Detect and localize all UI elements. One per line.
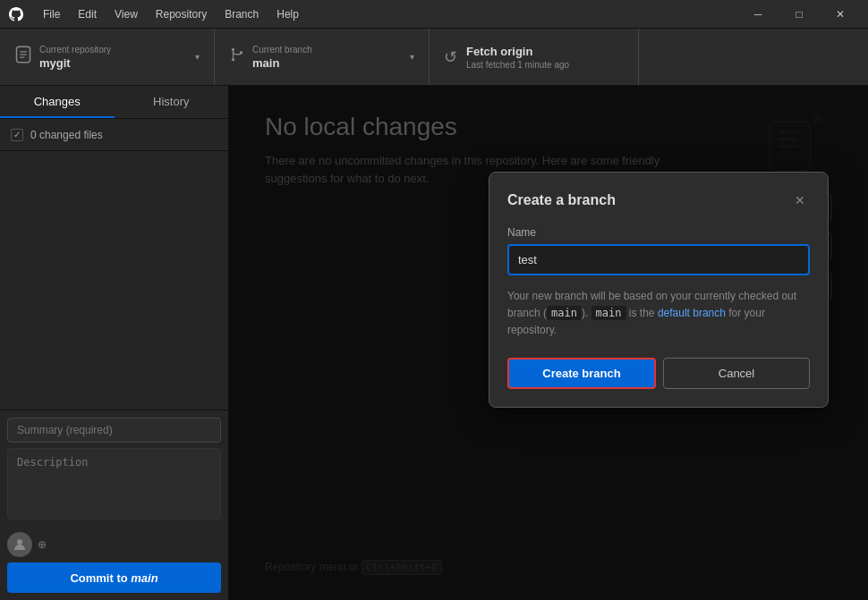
svg-point-5 — [232, 58, 234, 61]
summary-input[interactable] — [7, 418, 221, 443]
fetch-origin-section[interactable]: ↺ Fetch origin Last fetched 1 minute ago — [430, 29, 639, 85]
modal-title: Create a branch — [507, 192, 616, 208]
app-logo — [7, 5, 25, 23]
commit-label: Commit to — [70, 571, 127, 585]
add-coauthor-icon[interactable]: ⊕ — [38, 538, 47, 551]
menu-repository[interactable]: Repository — [149, 6, 214, 22]
cancel-button[interactable]: Cancel — [663, 358, 810, 389]
description-textarea[interactable] — [7, 448, 221, 520]
default-branch-link[interactable]: default branch — [658, 307, 726, 319]
name-label: Name — [507, 226, 810, 239]
branch-code-2: main — [591, 306, 626, 320]
menu-help[interactable]: Help — [269, 6, 306, 22]
branch-icon — [229, 46, 245, 67]
modal-close-button[interactable]: ✕ — [790, 190, 810, 210]
changed-files-count: 0 changed files — [30, 129, 103, 141]
svg-rect-1 — [20, 51, 27, 52]
repo-name: mygit — [39, 56, 111, 70]
commit-branch-name: main — [131, 571, 157, 585]
repo-chevron-icon: ▾ — [195, 52, 200, 62]
main-content: No local changes There are no uncommitte… — [229, 86, 868, 600]
maximize-button[interactable]: □ — [779, 0, 820, 29]
menu-file[interactable]: File — [36, 6, 67, 22]
branch-label: Current branch — [252, 45, 312, 55]
fetch-sublabel: Last fetched 1 minute ago — [466, 60, 569, 70]
minimize-button[interactable]: ─ — [737, 0, 779, 29]
fetch-info: Fetch origin Last fetched 1 minute ago — [466, 45, 569, 70]
commit-button[interactable]: Commit to main — [7, 562, 221, 593]
branch-name: main — [252, 56, 312, 70]
svg-point-7 — [17, 539, 22, 545]
repo-icon — [14, 46, 32, 68]
title-bar: File Edit View Repository Branch Help ─ … — [0, 0, 868, 29]
avatar — [7, 532, 32, 557]
main-layout: Changes History 0 changed files ⊕ — [0, 86, 868, 600]
menu-bar: File Edit View Repository Branch Help — [36, 6, 306, 22]
menu-view[interactable]: View — [107, 6, 145, 22]
commit-area: ⊕ Commit to main — [0, 410, 228, 600]
create-branch-modal: Create a branch ✕ Name Your new branch w… — [489, 172, 829, 408]
branch-info-text: Your new branch will be based on your cu… — [507, 288, 810, 340]
menu-branch[interactable]: Branch — [217, 6, 266, 22]
modal-header: Create a branch ✕ — [507, 190, 810, 210]
tab-history[interactable]: History — [115, 86, 229, 118]
tab-changes[interactable]: Changes — [0, 86, 115, 118]
current-branch-section[interactable]: Current branch main ▾ — [215, 29, 430, 85]
toolbar: Current repository mygit ▾ Current branc… — [0, 29, 868, 86]
svg-point-4 — [232, 48, 234, 51]
sidebar-spacer — [0, 151, 228, 410]
sidebar: Changes History 0 changed files ⊕ — [0, 86, 229, 600]
window-controls: ─ □ ✕ — [737, 0, 861, 29]
select-all-checkbox[interactable] — [11, 129, 23, 141]
current-repo-section[interactable]: Current repository mygit ▾ — [0, 29, 215, 85]
svg-rect-2 — [20, 54, 27, 55]
repo-info: Current repository mygit — [39, 45, 111, 70]
svg-point-6 — [240, 51, 243, 54]
menu-edit[interactable]: Edit — [71, 6, 104, 22]
branch-code-1: main — [547, 306, 582, 320]
avatar-row: ⊕ — [7, 528, 221, 562]
create-branch-button[interactable]: Create branch — [507, 358, 656, 389]
fetch-label: Fetch origin — [466, 45, 569, 58]
close-button[interactable]: ✕ — [820, 0, 861, 29]
branch-info: Current branch main — [252, 45, 312, 70]
branch-name-input[interactable] — [507, 244, 810, 275]
svg-rect-3 — [20, 57, 24, 58]
modal-actions: Create branch Cancel — [507, 358, 810, 389]
branch-chevron-icon: ▾ — [410, 52, 414, 62]
modal-overlay: Create a branch ✕ Name Your new branch w… — [229, 86, 868, 600]
changed-files-bar: 0 changed files — [0, 119, 228, 151]
fetch-icon: ↺ — [444, 47, 457, 67]
repo-label: Current repository — [39, 45, 111, 55]
sidebar-tabs: Changes History — [0, 86, 228, 119]
